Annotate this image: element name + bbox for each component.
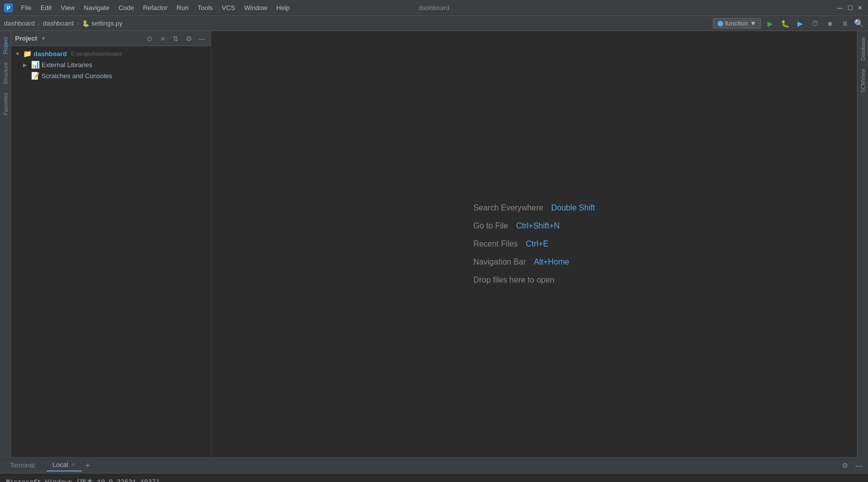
project-dropdown-arrow[interactable]: ▼ — [41, 36, 46, 41]
hint-drop-files: Drop files here to open — [474, 276, 595, 285]
menu-help[interactable]: Help — [272, 2, 294, 14]
menu-vcs[interactable]: VCS — [218, 2, 239, 14]
pause-button[interactable]: ⏸ — [839, 18, 851, 30]
menu-tools[interactable]: Tools — [194, 2, 217, 14]
sidebar-tab-structure[interactable]: Structure — [1, 58, 11, 89]
project-tree: ▼ 📁 dashboard E:\project\dashboard ▶ 📊 E… — [11, 46, 211, 457]
term-line-1: Microsoft Windows [版本 10.0.22631.4037] — [6, 477, 862, 482]
profile-button[interactable]: ⏱ — [809, 18, 821, 30]
menu-view[interactable]: View — [57, 2, 79, 14]
title-bar-left: P File Edit View Navigate Code Refactor … — [4, 2, 294, 14]
close-panel-button[interactable]: — — [197, 34, 207, 44]
menu-file[interactable]: File — [17, 2, 36, 14]
run-button[interactable]: ▶ — [764, 18, 776, 30]
tree-root-dashboard[interactable]: ▼ 📁 dashboard E:\project\dashboard — [11, 48, 211, 59]
maximize-button[interactable]: ☐ — [846, 4, 854, 12]
run-config-dot: ⬤ — [717, 20, 723, 27]
menu-bar: File Edit View Navigate Code Refactor Ru… — [17, 2, 294, 14]
project-panel: Project ▼ ⊙ ≡ ⇅ ⚙ — ▼ 📁 dashboard E:\pro… — [11, 31, 211, 457]
hint-search-shortcut: Double Shift — [551, 203, 595, 212]
hint-recent-shortcut: Ctrl+E — [526, 239, 549, 249]
menu-code[interactable]: Code — [115, 2, 138, 14]
hint-goto-text: Go to File — [474, 221, 508, 230]
terminal-header-right: ⚙ — — [840, 460, 864, 470]
terminal-label: Terminal: — [4, 459, 43, 471]
breadcrumb-root[interactable]: dashboard — [4, 20, 35, 27]
locate-file-button[interactable]: ⊙ — [145, 34, 155, 44]
tree-label-libraries: External Libraries — [42, 61, 92, 69]
app-icon: P — [4, 4, 13, 13]
tree-label-dashboard: dashboard — [34, 50, 67, 58]
project-header: Project ▼ ⊙ ≡ ⇅ ⚙ — — [11, 31, 211, 46]
terminal-panel: Terminal: Local ✕ + ⚙ — Microsoft Window… — [0, 457, 868, 482]
tree-arrow-libraries: ▶ — [23, 62, 29, 68]
nav-bar: dashboard › dashboard › 🐍 settings.py ⬤ … — [0, 16, 868, 31]
debug-button[interactable]: 🐛 — [779, 18, 791, 30]
breadcrumb-project[interactable]: dashboard — [43, 20, 74, 27]
project-title: Project — [15, 35, 37, 42]
hint-drop-text: Drop files here to open — [474, 276, 555, 285]
hint-recent-files: Recent Files Ctrl+E — [474, 239, 595, 249]
hint-search-text: Search Everywhere — [474, 203, 544, 212]
sidebar-tab-project[interactable]: Project — [1, 33, 11, 58]
scratches-icon: 📝 — [31, 72, 40, 80]
run-config-selector[interactable]: ⬤ function ▼ — [713, 18, 761, 29]
editor-area[interactable]: Search Everywhere Double Shift Go to Fil… — [211, 31, 857, 457]
hint-goto-file: Go to File Ctrl+Shift+N — [474, 221, 595, 230]
menu-window[interactable]: Window — [240, 2, 271, 14]
hint-recent-text: Recent Files — [474, 239, 518, 249]
tree-external-libraries[interactable]: ▶ 📊 External Libraries — [11, 59, 211, 70]
main-layout: Project Structure Favorites Project ▼ ⊙ … — [0, 31, 868, 457]
hint-nav-text: Navigation Bar — [474, 258, 526, 267]
left-sidebar: Project Structure Favorites — [0, 31, 11, 457]
terminal-header: Terminal: Local ✕ + ⚙ — — [0, 457, 868, 473]
tree-path-dashboard: E:\project\dashboard — [71, 51, 122, 57]
breadcrumb-filename: settings.py — [92, 20, 123, 27]
editor-hints: Search Everywhere Double Shift Go to Fil… — [474, 203, 595, 285]
tree-scratches[interactable]: 📝 Scratches and Consoles — [11, 70, 211, 81]
coverage-button[interactable]: ▶ — [794, 18, 806, 30]
nav-right: ⬤ function ▼ ▶ 🐛 ▶ ⏱ ■ ⏸ 🔍 — [713, 18, 864, 30]
terminal-minimize-icon[interactable]: — — [854, 460, 864, 470]
title-bar: P File Edit View Navigate Code Refactor … — [0, 0, 868, 16]
stop-button[interactable]: ■ — [824, 18, 836, 30]
menu-refactor[interactable]: Refactor — [139, 2, 172, 14]
menu-navigate[interactable]: Navigate — [80, 2, 113, 14]
window-title: dashboard — [418, 4, 449, 12]
terminal-local-tab[interactable]: Local ✕ — [47, 459, 82, 471]
library-icon: 📊 — [31, 61, 40, 69]
close-button[interactable]: ✕ — [856, 4, 864, 12]
terminal-content: Microsoft Windows [版本 10.0.22631.4037] (… — [0, 473, 868, 482]
terminal-close-icon[interactable]: ✕ — [71, 461, 76, 468]
settings-button[interactable]: ⚙ — [184, 34, 194, 44]
menu-edit[interactable]: Edit — [37, 2, 56, 14]
minimize-button[interactable]: — — [836, 4, 844, 12]
python-file-icon: 🐍 — [82, 20, 90, 27]
sidebar-tab-scmview[interactable]: SCMView — [858, 65, 868, 97]
right-sidebar: Database SCMView — [857, 31, 868, 457]
breadcrumb-file[interactable]: 🐍 settings.py — [82, 20, 123, 27]
project-header-actions: ⊙ ≡ ⇅ ⚙ — — [145, 34, 207, 44]
tree-label-scratches: Scratches and Consoles — [42, 72, 112, 80]
menu-run[interactable]: Run — [173, 2, 193, 14]
window-controls: — ☐ ✕ — [836, 4, 864, 12]
sidebar-tab-database[interactable]: Database — [858, 33, 868, 65]
hint-nav-shortcut: Alt+Home — [534, 258, 570, 267]
hint-goto-shortcut: Ctrl+Shift+N — [516, 221, 560, 230]
collapse-all-button[interactable]: ≡ — [158, 34, 168, 44]
run-config-dropdown: ▼ — [750, 20, 756, 27]
hint-search-everywhere: Search Everywhere Double Shift — [474, 203, 595, 212]
terminal-settings-icon[interactable]: ⚙ — [840, 460, 850, 470]
hint-nav-bar: Navigation Bar Alt+Home — [474, 258, 595, 267]
terminal-add-tab[interactable]: + — [86, 461, 90, 470]
breadcrumb-sep-1: › — [38, 20, 40, 27]
search-everywhere-icon[interactable]: 🔍 — [854, 19, 864, 28]
expand-collapse-button[interactable]: ⇅ — [171, 34, 181, 44]
tree-arrow-icon: ▼ — [15, 51, 21, 57]
breadcrumb-sep-2: › — [77, 20, 79, 27]
run-config-name: function — [725, 20, 748, 27]
local-tab-label: Local — [53, 461, 68, 468]
sidebar-tab-favorites[interactable]: Favorites — [1, 89, 11, 119]
folder-icon: 📁 — [23, 50, 32, 58]
